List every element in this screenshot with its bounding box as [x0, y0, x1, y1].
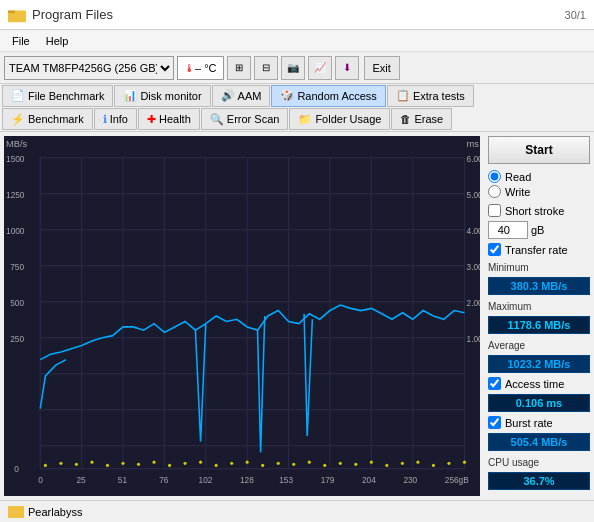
svg-point-39: [44, 464, 47, 467]
read-radio[interactable]: [488, 170, 501, 183]
page-indicator: 30/1: [565, 9, 586, 21]
download-btn[interactable]: ⬇: [335, 56, 359, 80]
aam-icon: 🔊: [221, 89, 235, 102]
average-label: Average: [488, 340, 590, 351]
svg-text:2.00: 2.00: [467, 298, 480, 308]
nav-row-2: ⚡ Benchmark ℹ Info ✚ Health 🔍 Error Scan…: [0, 108, 594, 132]
svg-text:153: 153: [279, 475, 293, 485]
nav-info[interactable]: ℹ Info: [94, 108, 137, 130]
nav-file-benchmark[interactable]: 📄 File Benchmark: [2, 85, 113, 107]
main-content: MB/s 1500 1250 1000 750 500 250 0 ms 6.0…: [0, 132, 594, 500]
svg-text:128: 128: [240, 475, 254, 485]
nav-folder-usage[interactable]: 📁 Folder Usage: [289, 108, 390, 130]
svg-point-60: [370, 461, 373, 464]
access-time-check[interactable]: Access time: [488, 377, 590, 390]
burst-rate-check[interactable]: Burst rate: [488, 416, 590, 429]
temperature-value: – °C: [195, 62, 217, 74]
page-title: Program Files: [32, 7, 565, 22]
svg-point-63: [416, 461, 419, 464]
svg-text:3.00: 3.00: [467, 262, 480, 272]
menu-file[interactable]: File: [4, 33, 38, 49]
disk-monitor-icon: 📊: [123, 89, 137, 102]
nav-health[interactable]: ✚ Health: [138, 108, 200, 130]
nav-erase[interactable]: 🗑 Erase: [391, 108, 452, 130]
write-radio-label[interactable]: Write: [488, 185, 590, 198]
temperature-display: 🌡 – °C: [177, 56, 224, 80]
svg-text:1250: 1250: [6, 190, 25, 200]
file-benchmark-icon: 📄: [11, 89, 25, 102]
svg-text:0: 0: [38, 475, 43, 485]
transfer-rate-check[interactable]: Transfer rate: [488, 243, 590, 256]
random-access-icon: 🎲: [280, 89, 294, 102]
svg-point-65: [447, 462, 450, 465]
svg-point-42: [90, 461, 93, 464]
write-radio[interactable]: [488, 185, 501, 198]
health-icon: ✚: [147, 113, 156, 126]
exit-button[interactable]: Exit: [364, 56, 400, 80]
average-value: 1023.2 MB/s: [488, 355, 590, 373]
paste-btn[interactable]: ⊟: [254, 56, 278, 80]
nav-extra-tests[interactable]: 📋 Extra tests: [387, 85, 474, 107]
svg-text:750: 750: [10, 262, 24, 272]
svg-text:230: 230: [403, 475, 417, 485]
erase-icon: 🗑: [400, 113, 411, 125]
bottom-folder-name: Pearlabyss: [28, 506, 82, 518]
svg-point-53: [261, 464, 264, 467]
drive-select[interactable]: TEAM TM8FP4256G (256 GB): [4, 56, 174, 80]
chart-svg: MB/s 1500 1250 1000 750 500 250 0 ms 6.0…: [4, 136, 480, 496]
svg-text:4.00: 4.00: [467, 226, 480, 236]
start-button[interactable]: Start: [488, 136, 590, 164]
svg-point-49: [199, 461, 202, 464]
svg-text:1000: 1000: [6, 226, 25, 236]
copy-btn[interactable]: ⊞: [227, 56, 251, 80]
short-stroke-checkbox[interactable]: [488, 204, 501, 217]
access-time-checkbox[interactable]: [488, 377, 501, 390]
cpu-usage-label: CPU usage: [488, 457, 590, 468]
nav-disk-monitor[interactable]: 📊 Disk monitor: [114, 85, 210, 107]
svg-point-44: [121, 462, 124, 465]
transfer-rate-checkbox[interactable]: [488, 243, 501, 256]
svg-text:5.00: 5.00: [467, 190, 480, 200]
svg-point-50: [215, 464, 218, 467]
graph-btn[interactable]: 📈: [308, 56, 332, 80]
folder-usage-icon: 📁: [298, 113, 312, 126]
svg-point-51: [230, 462, 233, 465]
read-write-group: Read Write: [488, 168, 590, 200]
svg-text:6.00: 6.00: [467, 154, 480, 164]
camera-btn[interactable]: 📷: [281, 56, 305, 80]
svg-text:204: 204: [362, 475, 376, 485]
svg-point-62: [401, 462, 404, 465]
right-panel: Start Read Write Short stroke gB Transfe…: [484, 132, 594, 500]
bottom-bar: Pearlabyss: [0, 500, 594, 522]
info-icon: ℹ: [103, 113, 107, 126]
error-scan-icon: 🔍: [210, 113, 224, 126]
svg-text:250: 250: [10, 334, 24, 344]
nav-benchmark[interactable]: ⚡ Benchmark: [2, 108, 93, 130]
svg-text:1500: 1500: [6, 154, 25, 164]
short-stroke-input[interactable]: [488, 221, 528, 239]
svg-point-59: [354, 463, 357, 466]
menu-bar: File Help: [0, 30, 594, 52]
maximum-label: Maximum: [488, 301, 590, 312]
read-radio-label[interactable]: Read: [488, 170, 590, 183]
benchmark-icon: ⚡: [11, 113, 25, 126]
short-stroke-check[interactable]: Short stroke: [488, 204, 590, 217]
burst-rate-value: 505.4 MB/s: [488, 433, 590, 451]
svg-point-66: [463, 461, 466, 464]
bottom-folder-icon: [8, 506, 24, 518]
title-bar: Program Files 30/1: [0, 0, 594, 30]
svg-point-55: [292, 463, 295, 466]
nav-error-scan[interactable]: 🔍 Error Scan: [201, 108, 289, 130]
burst-rate-checkbox[interactable]: [488, 416, 501, 429]
maximum-value: 1178.6 MB/s: [488, 316, 590, 334]
folder-icon: [8, 6, 26, 24]
nav-aam[interactable]: 🔊 AAM: [212, 85, 271, 107]
toolbar: TEAM TM8FP4256G (256 GB) 🌡 – °C ⊞ ⊟ 📷 📈 …: [0, 52, 594, 84]
svg-text:51: 51: [118, 475, 127, 485]
svg-text:ms: ms: [467, 138, 480, 149]
minimum-value: 380.3 MB/s: [488, 277, 590, 295]
extra-tests-icon: 📋: [396, 89, 410, 102]
nav-random-access[interactable]: 🎲 Random Access: [271, 85, 385, 107]
menu-help[interactable]: Help: [38, 33, 77, 49]
svg-point-54: [277, 462, 280, 465]
